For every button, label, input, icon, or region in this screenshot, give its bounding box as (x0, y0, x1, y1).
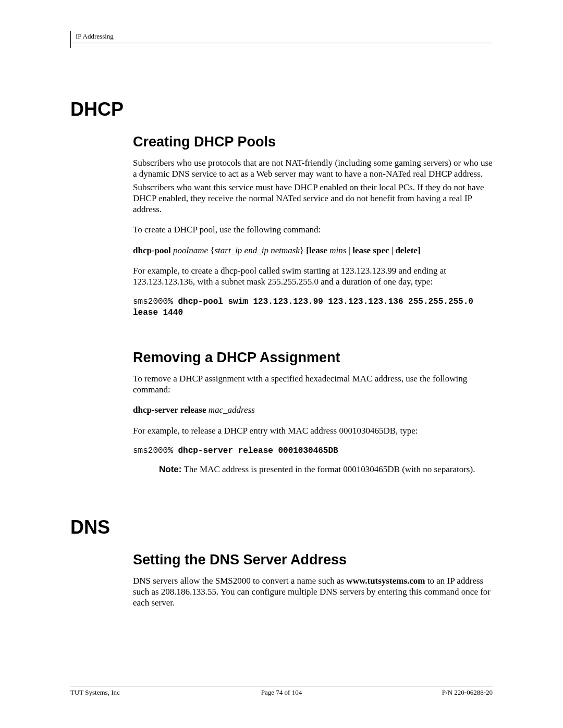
code-command: dhcp-pool swim 123.123.123.99 123.123.12… (133, 297, 479, 317)
heading-creating-dhcp-pools: Creating DHCP Pools (133, 134, 493, 150)
code-prompt: sms2000% (133, 297, 178, 306)
creating-p2: Subscribers who want this service must h… (133, 182, 493, 215)
syntax-lease-spec: lease spec (352, 245, 389, 255)
footer-pn-label: P/N (442, 688, 454, 696)
code-prompt: sms2000% (133, 446, 178, 455)
header-tick-mark (70, 31, 71, 48)
footer-pn-value: 220-06288-20 (454, 688, 493, 696)
footer-company: TUT Systems, Inc (70, 688, 211, 697)
dns-url: www.tutsystems.com (346, 576, 425, 586)
creating-p3: To create a DHCP pool, use the following… (133, 224, 493, 235)
dns-p1a: DNS servers allow the SMS2000 to convert… (133, 576, 346, 586)
heading-setting-dns-server: Setting the DNS Server Address (133, 552, 493, 568)
page-content: DHCP Creating DHCP Pools Subscribers who… (70, 46, 493, 609)
dhcp-pool-syntax: dhcp-pool poolname {start_ip end_ip netm… (133, 245, 493, 256)
syntax-delete: delete] (395, 245, 420, 255)
dhcp-release-example-code: sms2000% dhcp-server release 0001030465D… (133, 446, 493, 456)
syntax-mac-address: mac_address (206, 405, 255, 415)
dhcp-release-syntax: dhcp-server release mac_address (133, 404, 493, 415)
syntax-ip-args: start_ip end_ip netmask (214, 245, 299, 255)
page-footer: TUT Systems, Inc Page 74 of 104 P/N 220-… (70, 686, 493, 697)
syntax-release-cmd: dhcp-server release (133, 405, 206, 415)
dns-body: Setting the DNS Server Address DNS serve… (133, 552, 493, 609)
syntax-brace-open: { (208, 245, 214, 255)
syntax-lease-open: [lease (306, 245, 329, 255)
syntax-poolname: poolname (171, 245, 208, 255)
syntax-brace-close: } (300, 245, 306, 255)
footer-part-number: P/N 220-06288-20 (352, 688, 493, 697)
heading-removing-dhcp-assignment: Removing a DHCP Assignment (133, 350, 493, 366)
document-page: IP Addressing DHCP Creating DHCP Pools S… (0, 0, 563, 728)
removing-p1: To remove a DHCP assignment with a speci… (133, 373, 493, 396)
note-text: The MAC address is presented in the form… (181, 464, 475, 474)
heading-dns: DNS (70, 516, 493, 538)
header-section-label: IP Addressing (70, 32, 114, 40)
page-header: IP Addressing (70, 31, 493, 43)
dhcp-body: Creating DHCP Pools Subscribers who use … (133, 134, 493, 456)
dns-p1: DNS servers allow the SMS2000 to convert… (133, 575, 493, 609)
removing-p2: For example, to release a DHCP entry wit… (133, 425, 493, 436)
creating-p1: Subscribers who use protocols that are n… (133, 157, 493, 180)
dhcp-pool-example-code: sms2000% dhcp-pool swim 123.123.123.99 1… (133, 297, 493, 318)
note-label: Note: (159, 464, 181, 474)
syntax-sep2: | (389, 245, 396, 255)
creating-p4: For example, to create a dhcp-pool calle… (133, 265, 493, 288)
mac-address-note: Note: The MAC address is presented in th… (159, 464, 493, 475)
code-command: dhcp-server release 0001030465DB (178, 446, 338, 455)
heading-dhcp: DHCP (70, 98, 493, 120)
syntax-cmd: dhcp-pool (133, 245, 171, 255)
syntax-mins: mins (329, 245, 346, 255)
syntax-sep1: | (346, 245, 352, 255)
footer-page-number: Page 74 of 104 (211, 688, 352, 697)
